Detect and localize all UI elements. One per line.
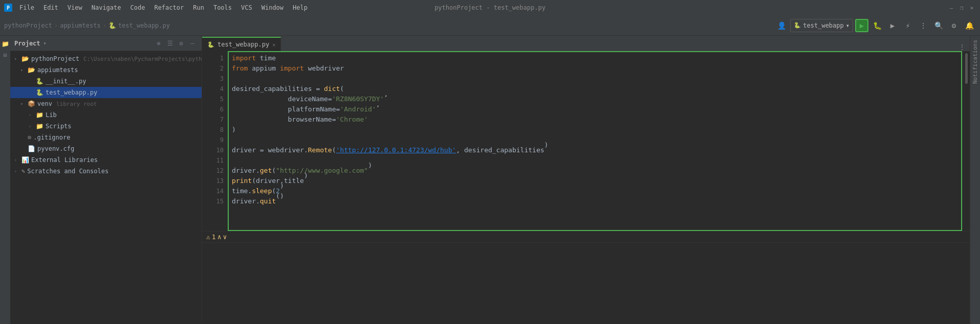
venv-sublabel: library root bbox=[56, 101, 97, 107]
menu-navigate[interactable]: Navigate bbox=[88, 3, 125, 12]
tree-item-test-webapp[interactable]: 🐍 test_webapp.py bbox=[10, 87, 202, 98]
tab-bar-right: ⋮ bbox=[281, 43, 970, 51]
settings-button[interactable]: ⚙ bbox=[947, 19, 961, 32]
menu-file[interactable]: File bbox=[15, 3, 38, 12]
root-path: C:\Users\naben\PycharmProjects\pythonP bbox=[83, 56, 202, 62]
tree-item-init[interactable]: 🐍 __init__.py bbox=[10, 76, 202, 87]
user-icon-button[interactable]: 👤 bbox=[775, 19, 788, 32]
tree-item-gitignore[interactable]: ⊙ .gitignore bbox=[10, 132, 202, 143]
scratch-arrow: › bbox=[14, 169, 19, 174]
notifications-label[interactable]: Notifications bbox=[972, 36, 978, 88]
venv-label: venv bbox=[37, 100, 52, 107]
tree-item-venv[interactable]: ▾ 📦 venv library root bbox=[10, 98, 202, 109]
debug-button[interactable]: 🐛 bbox=[870, 19, 884, 32]
tree-item-appiumtests[interactable]: ▾ 📂 appiumtests bbox=[10, 64, 202, 76]
editor-area: 🐍 test_webapp.py ✕ ⋮ 1 2 3 4 5 6 7 8 9 1… bbox=[202, 36, 970, 324]
scrollbar-thumb[interactable] bbox=[965, 53, 968, 84]
webapp-label: test_webapp.py bbox=[46, 89, 97, 96]
scripts-arrow: › bbox=[29, 124, 34, 129]
more-button[interactable]: ⋮ bbox=[917, 19, 930, 32]
maximize-button[interactable]: ❐ bbox=[957, 4, 966, 12]
appiumtests-label: appiumtests bbox=[37, 66, 78, 74]
coverage-button[interactable]: ▶ bbox=[886, 19, 899, 32]
panel-header-actions: ⊕ ☰ ⚙ — bbox=[154, 38, 198, 49]
structure-strip-icon[interactable]: ⊞ bbox=[1, 51, 9, 59]
code-line-15: driver.quit() bbox=[228, 196, 962, 206]
panel-gear-btn[interactable]: ⚙ bbox=[176, 38, 186, 49]
pyvenv-label: pyvenv.cfg bbox=[37, 145, 74, 152]
code-line-1: import time bbox=[228, 53, 962, 63]
menu-window[interactable]: Window bbox=[257, 3, 288, 12]
run-button[interactable]: ▶ bbox=[855, 19, 868, 32]
tree-item-scripts[interactable]: › 📁 Scripts bbox=[10, 121, 202, 132]
panel-minimize-btn[interactable]: — bbox=[187, 38, 198, 49]
menu-view[interactable]: View bbox=[63, 3, 86, 12]
init-label: __init__.py bbox=[46, 78, 86, 85]
line-num-8: 8 bbox=[202, 125, 224, 135]
menu-help[interactable]: Help bbox=[289, 3, 312, 12]
warning-up[interactable]: ∧ bbox=[217, 233, 222, 241]
menu-code[interactable]: Code bbox=[126, 3, 149, 12]
tree-item-external[interactable]: › 📊 External Libraries bbox=[10, 154, 202, 166]
code-line-2: from appium import webdriver bbox=[228, 63, 962, 74]
more-tabs-icon[interactable]: ⋮ bbox=[959, 43, 966, 51]
app-icon: P bbox=[4, 4, 12, 12]
scrollbar[interactable] bbox=[962, 51, 970, 231]
menu-run[interactable]: Run bbox=[189, 3, 208, 12]
appiumtests-arrow: ▾ bbox=[20, 68, 26, 73]
breadcrumb-sep-1: › bbox=[54, 22, 58, 29]
profile-button[interactable]: ⚡ bbox=[901, 19, 914, 32]
window-title: pythonProject - test_webapp.py bbox=[434, 4, 546, 11]
run-config-dropdown: ▾ bbox=[846, 22, 850, 29]
root-arrow: ▾ bbox=[14, 57, 19, 61]
close-button[interactable]: ✕ bbox=[968, 4, 976, 12]
line-num-7: 7 bbox=[202, 114, 224, 125]
tree-item-pyvenv[interactable]: 📄 pyvenv.cfg bbox=[10, 143, 202, 154]
right-strip: Notifications bbox=[970, 36, 980, 324]
code-line-12: driver.get("http://www.google.com") bbox=[228, 166, 962, 176]
line-num-14: 14 bbox=[202, 186, 224, 196]
project-strip-icon[interactable]: 📁 bbox=[1, 40, 9, 48]
warning-indicator[interactable]: ⚠ 1 ∧ ∨ bbox=[206, 233, 227, 241]
tab-close-button[interactable]: ✕ bbox=[272, 42, 275, 48]
tree-item-root[interactable]: ▾ 📂 pythonProject C:\Users\naben\Pycharm… bbox=[10, 53, 202, 64]
tab-bar: 🐍 test_webapp.py ✕ ⋮ bbox=[202, 36, 970, 51]
notification-button[interactable]: 🔔 bbox=[963, 19, 976, 32]
line-num-4: 4 bbox=[202, 84, 224, 94]
editor-tab[interactable]: 🐍 test_webapp.py ✕ bbox=[202, 37, 281, 51]
warning-icon: ⚠ bbox=[206, 233, 210, 241]
panel-add-btn[interactable]: ⊕ bbox=[154, 38, 164, 49]
main-area: 📁 ⊞ Project ▾ ⊕ ☰ ⚙ — ▾ 📂 pythonProject … bbox=[0, 36, 980, 324]
code-line-8: ) bbox=[228, 125, 962, 135]
toolbar-actions: 👤 🐍 test_webapp ▾ ▶ 🐛 ▶ ⚡ ⋮ 🔍 ⚙ 🔔 bbox=[775, 19, 976, 32]
tree-item-scratches[interactable]: › ✎ Scratches and Consoles bbox=[10, 166, 202, 177]
menu-vcs[interactable]: VCS bbox=[237, 3, 256, 12]
breadcrumb-module[interactable]: appiumtests bbox=[60, 22, 100, 29]
toolbar: pythonProject › appiumtests › 🐍 test_web… bbox=[0, 15, 980, 36]
line-num-13: 13 bbox=[202, 176, 224, 186]
minimize-button[interactable]: — bbox=[947, 4, 955, 12]
menu-refactor[interactable]: Refactor bbox=[150, 3, 188, 12]
breadcrumb: pythonProject › appiumtests › 🐍 test_web… bbox=[4, 22, 170, 29]
menu-bar: File Edit View Navigate Code Refactor Ru… bbox=[15, 3, 312, 12]
menu-edit[interactable]: Edit bbox=[39, 3, 62, 12]
root-folder-icon: 📂 bbox=[21, 55, 29, 62]
search-button[interactable]: 🔍 bbox=[932, 19, 945, 32]
project-tree: ▾ 📂 pythonProject C:\Users\naben\Pycharm… bbox=[10, 51, 202, 324]
project-panel: Project ▾ ⊕ ☰ ⚙ — ▾ 📂 pythonProject C:\U… bbox=[10, 36, 202, 324]
warning-down[interactable]: ∨ bbox=[223, 233, 227, 241]
ext-arrow: › bbox=[14, 158, 19, 163]
menu-tools[interactable]: Tools bbox=[209, 3, 236, 12]
breadcrumb-project[interactable]: pythonProject bbox=[4, 22, 52, 29]
tree-item-lib[interactable]: › 📁 Lib bbox=[10, 109, 202, 121]
run-config-selector[interactable]: 🐍 test_webapp ▾ bbox=[790, 19, 853, 32]
pyvenv-icon: 📄 bbox=[28, 145, 35, 152]
left-strip: 📁 ⊞ bbox=[0, 36, 10, 324]
panel-collapse-btn[interactable]: ☰ bbox=[165, 38, 175, 49]
tab-filename: test_webapp.py bbox=[217, 41, 269, 48]
scratch-icon: ✎ bbox=[21, 168, 25, 175]
code-content[interactable]: import time from appium import webdriver… bbox=[228, 51, 962, 231]
scratches-label: Scratches and Consoles bbox=[27, 168, 108, 175]
breadcrumb-file[interactable]: 🐍 test_webapp.py bbox=[108, 22, 170, 29]
code-editor[interactable]: 1 2 3 4 5 6 7 8 9 10 11 12 13 14 15 bbox=[202, 51, 970, 231]
